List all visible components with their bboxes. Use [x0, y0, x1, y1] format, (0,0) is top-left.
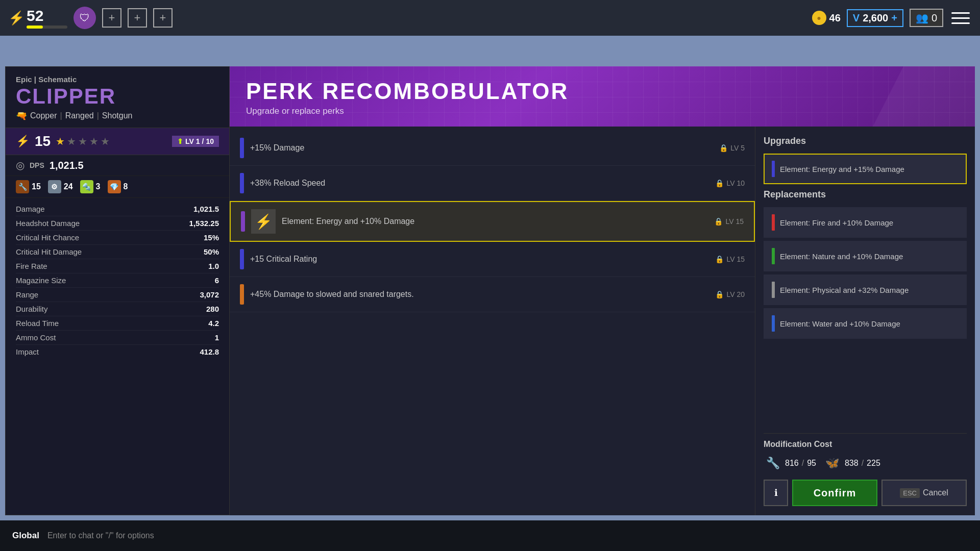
- replacement-item-2[interactable]: Element: Nature and +10% Damage: [764, 241, 967, 271]
- resource-2: ⚙ 24: [48, 180, 73, 193]
- perk-lock-4: 🔒 LV 15: [715, 255, 745, 263]
- plus-button-3[interactable]: +: [153, 8, 173, 28]
- item-subtype: 🔫 Copper | Ranged | Shotgun: [16, 110, 219, 121]
- upgrade-item-1[interactable]: Element: Energy and +15% Damage: [764, 154, 967, 184]
- stat-damage-value: 1,021.5: [193, 205, 219, 213]
- action-buttons: ℹ Confirm ESC Cancel: [764, 480, 967, 506]
- perk-item-2[interactable]: +38% Reload Speed 🔒 LV 10: [230, 166, 755, 201]
- perk-item-5[interactable]: +45% Damage to slowed and snared targets…: [230, 277, 755, 312]
- stat-durability-value: 280: [206, 305, 219, 313]
- perk-label-4: +15 Critical Rating: [250, 255, 709, 264]
- perk-recombobulator-panel: PERK RECOMBOBULATOR Upgrade or replace p…: [230, 66, 975, 515]
- item-type: Schematic: [38, 75, 77, 84]
- cost1-sep: /: [802, 459, 804, 468]
- mod-cost-section: Modification Cost 🔧 816 / 95 🦋 838 /: [764, 433, 967, 508]
- replacement-label-4: Element: Water and +10% Damage: [780, 319, 959, 328]
- bolt-icon: ⚡: [8, 10, 24, 26]
- lock-icon-1: 🔒: [719, 144, 728, 152]
- stat-range-label: Range: [16, 290, 38, 299]
- resource-3: 🔩 3: [80, 180, 101, 193]
- cost2-amount: 838: [845, 459, 859, 468]
- stat-reload-label: Reload Time: [16, 319, 59, 328]
- perk-lock-1: 🔒 LV 5: [719, 144, 745, 152]
- perk-item-1[interactable]: +15% Damage 🔒 LV 5: [230, 131, 755, 166]
- lv-sep: /: [202, 137, 204, 145]
- resource-metal-icon: ⚙: [48, 180, 61, 193]
- perk-color-bar-1: [240, 138, 244, 158]
- perk-item-4[interactable]: +15 Critical Rating 🔒 LV 15: [230, 242, 755, 277]
- perk-level-1: LV 5: [730, 144, 745, 152]
- stat-reload-value: 4.2: [208, 319, 219, 328]
- plus-button-2[interactable]: +: [128, 8, 147, 28]
- stat-fire-rate-value: 1.0: [208, 262, 219, 270]
- resource-3-value: 3: [96, 182, 101, 191]
- stat-magazine-label: Magazine Size: [16, 276, 66, 285]
- stat-crit-damage: Critical Hit Damage 50%: [16, 245, 219, 259]
- friends-count: 0: [932, 12, 937, 24]
- dps-row: ◎ DPS 1,021.5: [6, 155, 229, 176]
- player-level-number: 52: [27, 7, 67, 24]
- menu-button[interactable]: [949, 7, 972, 29]
- perk-color-bar-3: [241, 211, 245, 232]
- replacement-label-3: Element: Physical and +32% Damage: [780, 286, 959, 294]
- item-level-row: ⚡ 15 ★ ★ ★ ★ ★ ⬆ LV 1 / 10: [6, 128, 229, 155]
- cost2-available: 225: [867, 459, 880, 468]
- confirm-button[interactable]: Confirm: [792, 480, 877, 506]
- vbucks-amount: 2,600: [863, 12, 888, 24]
- replacement-label-1: Element: Fire and +10% Damage: [780, 218, 959, 227]
- resource-4: 💎 8: [108, 180, 128, 193]
- perk-label-2: +38% Reload Speed: [250, 179, 709, 188]
- mod-cost-row: 🔧 816 / 95 🦋 838 / 225: [764, 454, 967, 472]
- stat-reload: Reload Time 4.2: [16, 316, 219, 331]
- perk-lock-3: 🔒 LV 15: [714, 217, 744, 226]
- stat-headshot: Headshot Damage 1,532.25: [16, 216, 219, 231]
- perk-color-bar-2: [240, 173, 244, 193]
- star-1: ★: [56, 135, 65, 147]
- gold-coin-icon: ●: [812, 11, 826, 25]
- perk-label-5: +45% Damage to slowed and snared targets…: [250, 290, 709, 299]
- lock-icon-5: 🔒: [715, 290, 724, 298]
- level-badge: ⬆ LV 1 / 10: [172, 136, 219, 147]
- replacement-item-1[interactable]: Element: Fire and +10% Damage: [764, 207, 967, 238]
- perk-lock-2: 🔒 LV 10: [715, 179, 745, 187]
- perk-content: +15% Damage 🔒 LV 5 +38% Reload Speed 🔒 L…: [230, 127, 975, 515]
- cost2-sep: /: [862, 459, 864, 468]
- cancel-button[interactable]: ESC Cancel: [881, 480, 967, 506]
- star-2: ★: [67, 135, 76, 147]
- stats-list: Damage 1,021.5 Headshot Damage 1,532.25 …: [6, 198, 229, 363]
- perk-label-3: Element: Energy and +10% Damage: [282, 217, 708, 226]
- plus-button-1[interactable]: +: [102, 8, 121, 28]
- stat-crit-damage-value: 50%: [204, 247, 219, 256]
- cost1-amount: 816: [785, 459, 799, 468]
- replacement-item-4[interactable]: Element: Water and +10% Damage: [764, 308, 967, 339]
- vbucks-add-icon[interactable]: +: [891, 12, 897, 24]
- stat-headshot-label: Headshot Damage: [16, 219, 80, 228]
- perk-item-3[interactable]: ⚡ Element: Energy and +10% Damage 🔒 LV 1…: [230, 201, 755, 242]
- perk-color-bar-5: [240, 284, 244, 305]
- stat-magazine-value: 6: [215, 276, 219, 285]
- bottom-bar: Global Enter to chat or "/" for options: [0, 520, 980, 551]
- main-panel: Epic | Schematic CLIPPER 🔫 Copper | Rang…: [5, 66, 975, 515]
- resource-1: 🔧 15: [16, 180, 41, 193]
- vbucks-display[interactable]: V 2,600 +: [847, 9, 903, 27]
- chat-hint: Enter to chat or "/" for options: [47, 531, 154, 540]
- replacement-item-3[interactable]: Element: Physical and +32% Damage: [764, 274, 967, 305]
- friends-display[interactable]: 👥 0: [910, 9, 943, 27]
- perk-color-bar-4: [240, 249, 244, 269]
- star-rating: ★ ★ ★ ★ ★: [56, 135, 110, 147]
- cost1-available: 95: [807, 459, 816, 468]
- stat-damage: Damage 1,021.5: [16, 202, 219, 216]
- dps-value: 1,021.5: [50, 160, 84, 171]
- resource-2-value: 24: [64, 182, 73, 191]
- stat-crit-chance: Critical Hit Chance 15%: [16, 231, 219, 245]
- esc-badge: ESC: [900, 488, 920, 498]
- star-3: ★: [78, 135, 87, 147]
- perks-list: +15% Damage 🔒 LV 5 +38% Reload Speed 🔒 L…: [230, 127, 755, 515]
- shield-icon[interactable]: 🛡: [74, 7, 96, 29]
- info-button[interactable]: ℹ: [764, 480, 788, 506]
- perk-label-1: +15% Damage: [250, 143, 713, 153]
- star-5: ★: [101, 135, 110, 147]
- item-stats-panel: Epic | Schematic CLIPPER 🔫 Copper | Rang…: [5, 66, 230, 515]
- stat-durability-label: Durability: [16, 305, 48, 313]
- stat-range-value: 3,072: [200, 290, 219, 299]
